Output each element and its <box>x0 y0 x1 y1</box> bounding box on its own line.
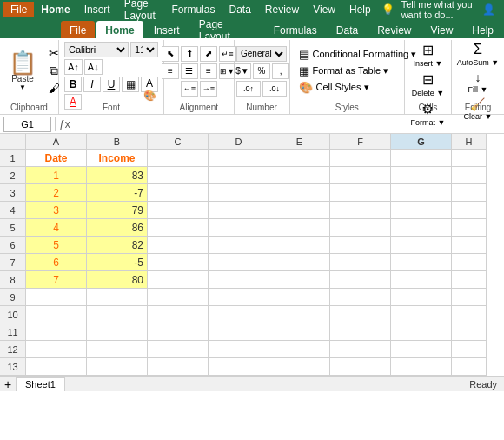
table-row[interactable]: 2 <box>26 184 87 202</box>
table-row[interactable] <box>330 237 391 254</box>
table-row[interactable] <box>209 254 269 271</box>
table-row[interactable] <box>148 237 209 254</box>
table-row[interactable] <box>209 237 269 254</box>
menu-review[interactable]: Review <box>258 2 306 17</box>
table-row[interactable] <box>26 289 87 306</box>
table-row[interactable] <box>148 271 209 289</box>
row-header[interactable]: 7 <box>0 254 26 271</box>
decimal-increase-button[interactable]: .0↑ <box>236 81 261 97</box>
table-row[interactable]: 80 <box>87 271 148 289</box>
table-row[interactable] <box>148 323 209 341</box>
table-row[interactable] <box>148 219 209 237</box>
table-row[interactable] <box>452 219 487 237</box>
table-row[interactable] <box>269 167 330 184</box>
table-row[interactable] <box>391 202 452 219</box>
autosum-button[interactable]: Σ AutoSum ▼ <box>457 42 499 67</box>
table-row[interactable]: 83 <box>87 167 148 184</box>
table-row[interactable] <box>269 323 330 341</box>
table-row[interactable] <box>391 323 452 341</box>
table-row[interactable] <box>391 358 452 376</box>
table-row[interactable] <box>391 167 452 184</box>
table-row[interactable] <box>269 358 330 376</box>
menu-formulas[interactable]: Formulas <box>164 2 222 17</box>
table-row[interactable] <box>269 237 330 254</box>
menu-data[interactable]: Data <box>222 2 257 17</box>
align-left-button[interactable]: ≡ <box>162 63 179 79</box>
comma-button[interactable]: , <box>272 63 289 79</box>
align-center-button[interactable]: ☰ <box>181 63 198 79</box>
table-row[interactable] <box>269 219 330 237</box>
table-row[interactable] <box>269 150 330 167</box>
table-row[interactable] <box>269 289 330 306</box>
underline-button[interactable]: U <box>103 77 120 92</box>
table-row[interactable] <box>87 289 148 306</box>
table-row[interactable] <box>391 306 452 323</box>
table-row[interactable] <box>209 341 269 358</box>
table-row[interactable] <box>391 219 452 237</box>
table-row[interactable] <box>269 271 330 289</box>
table-row[interactable] <box>209 306 269 323</box>
tab-formulas[interactable]: Formulas <box>265 21 326 38</box>
table-row[interactable] <box>330 167 391 184</box>
tell-me-text[interactable]: Tell me what you want to do... <box>398 0 477 22</box>
table-row[interactable] <box>269 202 330 219</box>
table-row[interactable] <box>330 358 391 376</box>
cell-styles-button[interactable]: 🎨 Cell Styles ▾ <box>295 80 399 95</box>
tab-view[interactable]: View <box>422 21 462 38</box>
table-row[interactable]: -7 <box>87 184 148 202</box>
table-row[interactable] <box>452 167 487 184</box>
number-format-select[interactable]: General <box>236 46 287 62</box>
tab-insert[interactable]: Insert <box>145 21 189 38</box>
table-row[interactable] <box>209 202 269 219</box>
table-row[interactable] <box>330 150 391 167</box>
tab-home[interactable]: Home <box>96 21 143 38</box>
table-row[interactable] <box>452 341 487 358</box>
row-header[interactable]: 11 <box>0 323 26 341</box>
insert-cells-button[interactable]: ⊞ Insert ▼ <box>414 42 443 68</box>
add-sheet-button[interactable]: + <box>0 377 16 392</box>
menu-file[interactable]: File <box>3 2 34 17</box>
table-row[interactable] <box>26 341 87 358</box>
table-row[interactable] <box>148 306 209 323</box>
table-row[interactable] <box>391 341 452 358</box>
table-row[interactable] <box>26 358 87 376</box>
align-right-button[interactable]: ≡ <box>200 63 217 79</box>
table-row[interactable] <box>209 323 269 341</box>
name-box[interactable] <box>3 117 51 132</box>
table-row[interactable] <box>330 306 391 323</box>
table-row[interactable] <box>391 289 452 306</box>
table-row[interactable] <box>87 341 148 358</box>
table-row[interactable] <box>209 167 269 184</box>
table-row[interactable]: Income <box>87 150 148 167</box>
row-header[interactable]: 5 <box>0 219 26 237</box>
border-button[interactable]: ▦ <box>122 77 139 92</box>
table-row[interactable] <box>452 323 487 341</box>
table-row[interactable] <box>391 184 452 202</box>
tab-file[interactable]: File <box>61 21 95 38</box>
row-header[interactable]: 3 <box>0 184 26 202</box>
row-header[interactable]: 8 <box>0 271 26 289</box>
table-row[interactable] <box>87 323 148 341</box>
row-header[interactable]: 12 <box>0 341 26 358</box>
currency-button[interactable]: $▼ <box>234 63 251 79</box>
table-row[interactable] <box>330 184 391 202</box>
align-top-center-button[interactable]: ⬆ <box>181 46 198 62</box>
font-decrease-button[interactable]: A↓ <box>84 59 103 75</box>
table-row[interactable]: -5 <box>87 254 148 271</box>
tab-help[interactable]: Help <box>463 21 502 38</box>
table-row[interactable] <box>391 237 452 254</box>
table-row[interactable] <box>148 289 209 306</box>
table-row[interactable] <box>209 358 269 376</box>
table-row[interactable] <box>148 341 209 358</box>
table-row[interactable] <box>269 341 330 358</box>
row-header[interactable]: 13 <box>0 358 26 376</box>
table-row[interactable] <box>330 289 391 306</box>
col-header-d[interactable]: D <box>209 134 269 150</box>
menu-help[interactable]: Help <box>342 2 378 17</box>
table-row[interactable] <box>391 150 452 167</box>
format-as-table-button[interactable]: ▦ Format as Table ▾ <box>295 63 399 78</box>
align-top-left-button[interactable]: ⬉ <box>162 46 179 62</box>
table-row[interactable] <box>148 184 209 202</box>
table-row[interactable]: 82 <box>87 237 148 254</box>
tab-data[interactable]: Data <box>328 21 367 38</box>
